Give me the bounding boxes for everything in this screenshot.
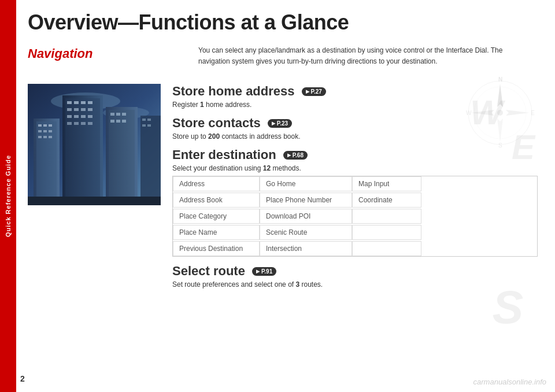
svg-rect-42	[147, 119, 151, 121]
svg-rect-28	[67, 122, 72, 125]
method-address: Address	[173, 176, 260, 191]
svg-rect-38	[116, 120, 120, 123]
compass-rose: N S E W	[462, 75, 538, 150]
svg-rect-6	[43, 124, 47, 127]
svg-rect-12	[43, 136, 47, 138]
method-place-name: Place Name	[173, 225, 260, 240]
method-place-phone: Place Phone Number	[260, 193, 352, 208]
svg-rect-10	[49, 130, 52, 132]
method-go-home: Go Home	[260, 176, 352, 191]
page-title: Overview—Functions at a Glance	[28, 10, 538, 35]
svg-text:N: N	[498, 76, 502, 83]
svg-rect-31	[88, 122, 92, 125]
svg-rect-34	[110, 113, 114, 116]
method-empty1	[352, 209, 421, 224]
main-content: Overview—Functions at a Glance Navigatio…	[16, 0, 555, 392]
store-contacts-label: Store contacts	[172, 116, 261, 131]
svg-rect-13	[49, 136, 52, 138]
method-address-book: Address Book	[173, 193, 260, 208]
methods-grid: Address Go Home Map Input Address Book P…	[172, 176, 538, 257]
svg-point-52	[497, 110, 503, 116]
method-intersection: Intersection	[260, 241, 352, 256]
svg-rect-37	[110, 120, 114, 123]
nav-description: You can select any place/landmark as a d…	[198, 45, 522, 67]
enter-destination-label: Enter destination	[172, 147, 276, 162]
select-route-label: Select route	[172, 264, 245, 279]
sidebar-label: Quick Reference Guide	[5, 155, 12, 237]
s-watermark: S	[493, 281, 523, 334]
svg-marker-51	[471, 110, 494, 116]
enter-destination-pageref: P.68	[283, 151, 308, 160]
enter-destination-section: Enter destination P.68 Select your desti…	[172, 147, 538, 257]
method-download-poi: Download POI	[260, 209, 352, 224]
method-coordinate: Coordinate	[352, 193, 421, 208]
svg-rect-21	[74, 108, 79, 111]
enter-destination-desc: Select your destination using 12 methods…	[172, 164, 538, 172]
section-heading: Navigation	[28, 45, 109, 61]
select-route-section: Select route P.91 Set route preferences …	[172, 264, 538, 289]
svg-rect-29	[74, 122, 79, 125]
method-place-category: Place Category	[173, 209, 260, 224]
svg-rect-22	[81, 108, 86, 111]
svg-rect-36	[122, 113, 126, 116]
svg-rect-43	[142, 124, 146, 127]
svg-rect-27	[88, 115, 92, 118]
method-empty2	[352, 225, 421, 240]
select-route-pageref: P.91	[252, 267, 276, 276]
store-home-label: Store home address	[172, 84, 295, 99]
method-empty3	[352, 241, 421, 256]
svg-rect-23	[88, 108, 92, 111]
nav-header-row: Navigation You can select any place/land…	[28, 45, 538, 75]
svg-rect-4	[36, 121, 57, 205]
svg-rect-11	[38, 136, 42, 138]
svg-rect-17	[74, 101, 79, 104]
svg-rect-16	[67, 101, 72, 104]
svg-marker-50	[506, 110, 529, 116]
content-area: Store home address P.27 Register 1 home …	[28, 84, 538, 295]
select-route-title: Select route P.91	[172, 264, 538, 279]
svg-rect-19	[88, 101, 92, 104]
svg-marker-49	[497, 119, 503, 142]
svg-rect-33	[109, 110, 135, 205]
svg-rect-18	[81, 101, 86, 104]
method-previous-dest: Previous Destination	[173, 241, 260, 256]
svg-rect-44	[147, 124, 151, 127]
svg-rect-35	[116, 113, 120, 116]
svg-rect-8	[38, 130, 42, 132]
svg-text:W: W	[466, 110, 472, 116]
svg-rect-40	[140, 116, 161, 205]
svg-rect-41	[142, 119, 146, 121]
svg-rect-5	[38, 124, 42, 127]
svg-rect-30	[81, 122, 86, 125]
sidebar: Quick Reference Guide	[0, 0, 16, 392]
svg-text:E: E	[531, 110, 535, 116]
method-map-input: Map Input	[352, 176, 421, 191]
store-contacts-pageref: P.23	[268, 119, 292, 128]
svg-rect-7	[49, 124, 52, 127]
site-watermark: carmanualsonline.info	[473, 378, 546, 386]
svg-rect-24	[67, 115, 72, 118]
building-image	[28, 84, 161, 205]
svg-rect-15	[65, 98, 100, 205]
store-home-pageref: P.27	[302, 87, 326, 96]
svg-rect-45	[28, 197, 161, 205]
svg-rect-25	[74, 115, 79, 118]
svg-rect-39	[122, 120, 126, 123]
select-route-desc: Set route preferences and select one of …	[172, 280, 538, 289]
svg-rect-9	[43, 130, 47, 132]
page-number: 2	[20, 374, 25, 383]
svg-rect-20	[67, 108, 72, 111]
svg-text:S: S	[498, 142, 502, 149]
svg-marker-48	[497, 84, 503, 107]
method-scenic-route: Scenic Route	[260, 225, 352, 240]
svg-rect-26	[81, 115, 86, 118]
